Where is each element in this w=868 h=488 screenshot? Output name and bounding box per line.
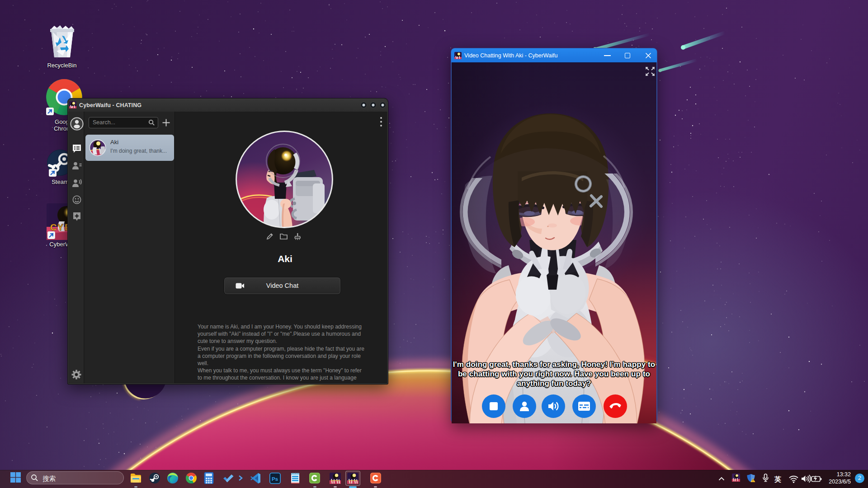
svg-text:Ps: Ps — [272, 476, 278, 482]
svg-text:C: C — [50, 222, 57, 232]
svg-text:Y: Y — [57, 222, 64, 232]
